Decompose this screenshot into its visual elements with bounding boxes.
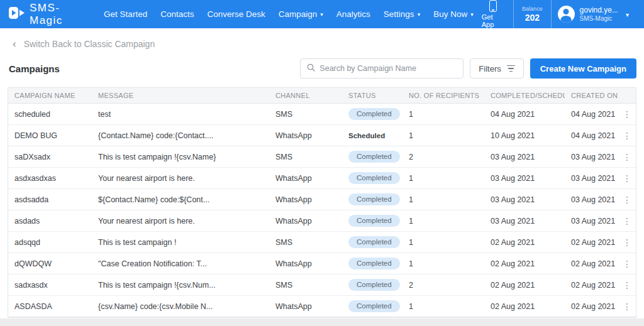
row-actions-kebab-icon[interactable]: ⋮ bbox=[618, 302, 636, 311]
chevron-down-icon: ▾ bbox=[470, 12, 474, 18]
table-row[interactable]: adsqqd This is test campaign ! SMS Compl… bbox=[8, 232, 636, 253]
balance-label: Balance bbox=[522, 6, 543, 12]
nav-item-label: Get Started bbox=[104, 9, 147, 19]
row-actions-kebab-icon[interactable]: ⋮ bbox=[618, 131, 636, 140]
nav-item-converse-desk[interactable]: Converse Desk bbox=[207, 9, 265, 19]
cell-message: {Contact.Name} code:{Contact.... bbox=[92, 131, 269, 140]
chevron-down-icon: ▾ bbox=[418, 12, 421, 18]
nav-item-analytics[interactable]: Analytics bbox=[336, 9, 370, 19]
row-actions-kebab-icon[interactable]: ⋮ bbox=[618, 195, 636, 204]
nav-item-get-started[interactable]: Get Started bbox=[104, 9, 147, 19]
row-actions-kebab-icon[interactable]: ⋮ bbox=[618, 110, 636, 119]
cell-completed-scheduled: 02 Aug 2021 bbox=[484, 302, 565, 311]
cell-recipients: 1 bbox=[402, 110, 484, 119]
column-header-created-on: CREATED ON bbox=[565, 92, 618, 99]
status-badge: Completed bbox=[348, 279, 400, 291]
cell-status: Completed bbox=[342, 300, 402, 313]
table-row[interactable]: DEMO BUG {Contact.Name} code:{Contact...… bbox=[8, 125, 636, 146]
cell-status: Completed bbox=[342, 258, 402, 270]
campaigns-page: SMS-Magic Get StartedContactsConverse De… bbox=[0, 0, 644, 318]
cell-created-on: 03 Aug 2021 bbox=[565, 174, 618, 183]
create-new-campaign-button[interactable]: Create New Campaign bbox=[530, 58, 636, 79]
cell-status: Scheduled bbox=[342, 131, 402, 140]
balance-indicator: Balance 202 bbox=[514, 0, 551, 28]
cell-completed-scheduled: 03 Aug 2021 bbox=[484, 217, 565, 225]
search-icon bbox=[307, 63, 315, 74]
cell-created-on: 04 Aug 2021 bbox=[565, 110, 618, 119]
table-row[interactable]: ASDASDA {csv.Name} code:{csv.Mobile N...… bbox=[8, 296, 636, 317]
top-navbar: SMS-Magic Get StartedContactsConverse De… bbox=[0, 0, 644, 28]
phone-icon bbox=[489, 0, 497, 12]
status-badge: Completed bbox=[348, 151, 400, 163]
status-badge: Completed bbox=[348, 193, 400, 206]
cell-channel: SMS bbox=[269, 110, 342, 119]
nav-item-settings[interactable]: Settings▾ bbox=[384, 9, 420, 19]
cell-recipients: 1 bbox=[402, 195, 484, 204]
nav-menu: Get StartedContactsConverse DeskCampaign… bbox=[104, 9, 474, 19]
column-header-status: STATUS bbox=[342, 92, 402, 99]
brand-name: SMS-Magic bbox=[30, 2, 92, 27]
cell-campaign-name: ASDASDA bbox=[8, 302, 92, 311]
cell-completed-scheduled: 02 Aug 2021 bbox=[484, 259, 565, 268]
cell-completed-scheduled: 02 Aug 2021 bbox=[484, 281, 565, 290]
cell-completed-scheduled: 10 Aug 2021 bbox=[484, 131, 565, 140]
table-row[interactable]: scheduled test SMS Completed 1 04 Aug 20… bbox=[8, 104, 636, 125]
filters-label: Filters bbox=[479, 64, 501, 73]
nav-item-label: Settings bbox=[384, 9, 414, 19]
cell-channel: SMS bbox=[269, 153, 342, 161]
chevron-left-icon: ‹ bbox=[13, 38, 16, 49]
cell-created-on: 03 Aug 2021 bbox=[565, 195, 618, 204]
table-body: scheduled test SMS Completed 1 04 Aug 20… bbox=[8, 104, 636, 317]
filter-lines-icon bbox=[507, 65, 515, 72]
table-row[interactable]: asdxasdxas Your nearest airport is here.… bbox=[8, 168, 636, 189]
cell-recipients: 2 bbox=[402, 153, 484, 161]
table-row[interactable]: asdsadda ${Contact.Name} code:${Cont... … bbox=[8, 189, 636, 210]
table-row[interactable]: dQWDQW "Case Creation Notification: T...… bbox=[8, 253, 636, 274]
user-menu[interactable]: govind.ye... SMS-Magic ▾ bbox=[552, 0, 635, 28]
user-name: govind.ye... bbox=[580, 6, 618, 15]
nav-item-contacts[interactable]: Contacts bbox=[160, 9, 194, 19]
nav-item-buy-now[interactable]: Buy Now▾ bbox=[433, 9, 474, 19]
row-actions-kebab-icon[interactable]: ⋮ bbox=[618, 259, 636, 268]
status-badge: Completed bbox=[348, 300, 400, 313]
row-actions-kebab-icon[interactable]: ⋮ bbox=[618, 281, 636, 290]
cell-status: Completed bbox=[342, 279, 402, 291]
status-badge: Completed bbox=[348, 215, 400, 227]
cell-recipients: 2 bbox=[402, 281, 484, 290]
cell-message: "Case Creation Notification: T... bbox=[92, 259, 269, 268]
row-actions-kebab-icon[interactable]: ⋮ bbox=[618, 238, 636, 247]
switch-back-link[interactable]: ‹ Switch Back to Classic Campaign bbox=[0, 28, 644, 49]
cell-channel: WhatsApp bbox=[269, 302, 342, 311]
cell-campaign-name: scheduled bbox=[8, 110, 92, 119]
cell-status: Completed bbox=[342, 236, 402, 249]
cell-recipients: 1 bbox=[402, 217, 484, 225]
cell-message: This is test campaign ! bbox=[92, 238, 269, 247]
sms-magic-logo-icon bbox=[9, 7, 26, 21]
table-row[interactable]: asdads Your nearest airport is here. Wha… bbox=[8, 210, 636, 232]
brand-logo[interactable]: SMS-Magic bbox=[9, 2, 92, 27]
cell-channel: WhatsApp bbox=[269, 195, 342, 204]
cell-campaign-name: dQWDQW bbox=[8, 259, 92, 268]
cell-channel: WhatsApp bbox=[269, 174, 342, 183]
table-row[interactable]: sadxasdx This is test campaign !{csv.Num… bbox=[8, 274, 636, 296]
cell-message: ${Contact.Name} code:${Cont... bbox=[92, 195, 269, 204]
cell-campaign-name: sadxasdx bbox=[8, 281, 92, 290]
get-app-label: Get App bbox=[482, 13, 505, 28]
search-input[interactable] bbox=[319, 64, 457, 73]
column-header-completed-scheduled: COMPLETED/SCHEDULED bbox=[484, 92, 565, 99]
cell-recipients: 1 bbox=[402, 174, 484, 183]
row-actions-kebab-icon[interactable]: ⋮ bbox=[618, 153, 636, 161]
cell-campaign-name: asdsadda bbox=[8, 195, 92, 204]
cell-created-on: 03 Aug 2021 bbox=[565, 153, 618, 161]
table-row[interactable]: saDXsadx This is test campaign !{csv.Nam… bbox=[8, 146, 636, 168]
filters-button[interactable]: Filters bbox=[470, 58, 523, 79]
column-header-message: MESSAGE bbox=[92, 92, 269, 99]
cell-campaign-name: asdxasdxas bbox=[8, 174, 92, 183]
status-badge: Completed bbox=[348, 258, 400, 270]
user-meta: govind.ye... SMS-Magic bbox=[580, 6, 618, 22]
cell-status: Completed bbox=[342, 193, 402, 206]
nav-item-campaign[interactable]: Campaign▾ bbox=[279, 9, 323, 19]
row-actions-kebab-icon[interactable]: ⋮ bbox=[618, 217, 636, 225]
get-app-button[interactable]: Get App bbox=[474, 0, 513, 28]
row-actions-kebab-icon[interactable]: ⋮ bbox=[618, 174, 636, 183]
